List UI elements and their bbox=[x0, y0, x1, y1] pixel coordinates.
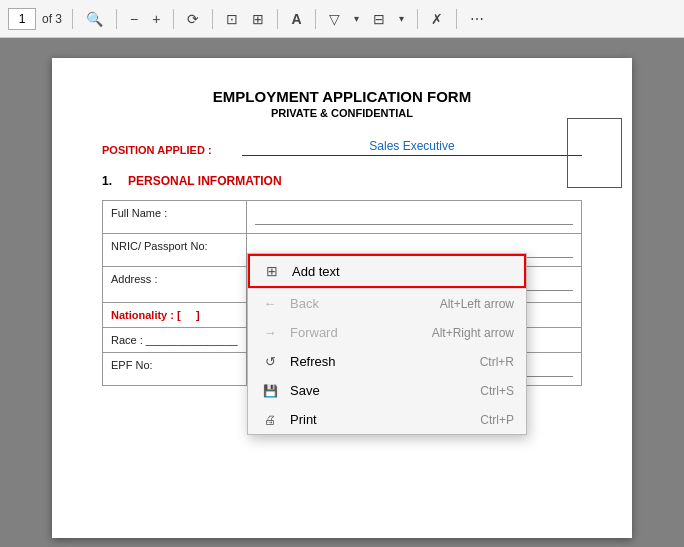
dropdown-button-2[interactable]: ▾ bbox=[394, 11, 409, 26]
more-button[interactable]: ⋯ bbox=[465, 9, 489, 29]
context-menu-item-add-text[interactable]: ⊞ Add text bbox=[248, 254, 526, 288]
zoom-in-button[interactable]: + bbox=[147, 9, 165, 29]
divider-7 bbox=[417, 9, 418, 29]
forward-label: Forward bbox=[290, 325, 422, 340]
add-text-icon: ⊞ bbox=[262, 263, 282, 279]
divider-4 bbox=[212, 9, 213, 29]
nric-label: NRIC/ Passport No: bbox=[103, 234, 247, 267]
refresh-label: Refresh bbox=[290, 354, 470, 369]
highlight-button[interactable]: ▽ bbox=[324, 9, 345, 29]
divider-6 bbox=[315, 9, 316, 29]
fit-page-button[interactable]: ⊡ bbox=[221, 9, 243, 29]
search-button[interactable]: 🔍 bbox=[81, 9, 108, 29]
print-label: Print bbox=[290, 412, 470, 427]
context-menu-item-refresh[interactable]: ↺ Refresh Ctrl+R bbox=[248, 347, 526, 376]
back-icon: ← bbox=[260, 296, 280, 311]
table-row: Full Name : bbox=[103, 201, 582, 234]
context-menu-item-forward[interactable]: → Forward Alt+Right arrow bbox=[248, 318, 526, 347]
context-menu-item-save[interactable]: 💾 Save Ctrl+S bbox=[248, 376, 526, 405]
pdf-page: EMPLOYMENT APPLICATION FORM PRIVATE & CO… bbox=[52, 58, 632, 538]
divider-5 bbox=[277, 9, 278, 29]
print-icon: 🖨 bbox=[260, 413, 280, 427]
fit-width-button[interactable]: ⊞ bbox=[247, 9, 269, 29]
context-menu-item-print[interactable]: 🖨 Print Ctrl+P bbox=[248, 405, 526, 434]
position-row: POSITION APPLIED : Sales Executive bbox=[102, 139, 582, 156]
epf-label: EPF No: bbox=[103, 353, 247, 386]
dropdown-button-1[interactable]: ▾ bbox=[349, 11, 364, 26]
filter-button[interactable]: ⊟ bbox=[368, 9, 390, 29]
section-number: 1. bbox=[102, 174, 112, 188]
context-menu: ⊞ Add text ← Back Alt+Left arrow → Forwa… bbox=[247, 253, 527, 435]
refresh-icon: ↺ bbox=[260, 354, 280, 369]
context-menu-item-back[interactable]: ← Back Alt+Left arrow bbox=[248, 289, 526, 318]
rotate-button[interactable]: ⟳ bbox=[182, 9, 204, 29]
text-size-button[interactable]: A bbox=[286, 9, 306, 29]
divider-3 bbox=[173, 9, 174, 29]
forward-icon: → bbox=[260, 325, 280, 340]
section-title: PERSONAL INFORMATION bbox=[128, 174, 282, 188]
save-icon: 💾 bbox=[260, 384, 280, 398]
refresh-shortcut: Ctrl+R bbox=[480, 355, 514, 369]
zoom-out-button[interactable]: − bbox=[125, 9, 143, 29]
page-total: of 3 bbox=[40, 12, 64, 26]
save-shortcut: Ctrl+S bbox=[480, 384, 514, 398]
position-label: POSITION APPLIED : bbox=[102, 144, 242, 156]
section-header: 1. PERSONAL INFORMATION bbox=[102, 174, 582, 188]
toolbar: 1 of 3 🔍 − + ⟳ ⊡ ⊞ A ▽ ▾ ⊟ ▾ ✗ ⋯ bbox=[0, 0, 684, 38]
address-label: Address : bbox=[103, 267, 247, 303]
back-label: Back bbox=[290, 296, 430, 311]
photo-box bbox=[567, 118, 622, 188]
fullname-value bbox=[246, 201, 581, 234]
race-label: Race : _______________ bbox=[103, 328, 247, 353]
fullname-line bbox=[255, 207, 573, 225]
divider-1 bbox=[72, 9, 73, 29]
page-input[interactable]: 1 bbox=[8, 8, 36, 30]
divider-2 bbox=[116, 9, 117, 29]
eraser-button[interactable]: ✗ bbox=[426, 9, 448, 29]
print-shortcut: Ctrl+P bbox=[480, 413, 514, 427]
fullname-label: Full Name : bbox=[103, 201, 247, 234]
add-text-label: Add text bbox=[292, 264, 512, 279]
form-title: EMPLOYMENT APPLICATION FORM bbox=[102, 88, 582, 105]
forward-shortcut: Alt+Right arrow bbox=[432, 326, 514, 340]
pdf-viewer: EMPLOYMENT APPLICATION FORM PRIVATE & CO… bbox=[0, 38, 684, 547]
back-shortcut: Alt+Left arrow bbox=[440, 297, 514, 311]
form-subtitle: PRIVATE & CONFIDENTIAL bbox=[102, 107, 582, 119]
position-value: Sales Executive bbox=[242, 139, 582, 156]
nationality-label: Nationality : [ ] bbox=[103, 303, 247, 328]
divider-8 bbox=[456, 9, 457, 29]
save-label: Save bbox=[290, 383, 470, 398]
